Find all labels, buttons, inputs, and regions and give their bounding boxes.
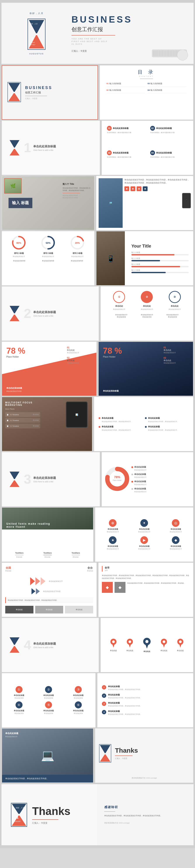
red-box-icon: ◆: [102, 582, 113, 593]
slide-text-image: 🏙️ 单击此处添加文字内容，单击此处添加文字内容，单击此处添加文字内容，单击此处…: [96, 176, 193, 230]
pin-svg-4: [161, 639, 167, 648]
svg-marker-29: [10, 480, 20, 487]
pie-item-4: 单击此处标题 单击此处添加文字: [131, 487, 190, 493]
svg-marker-1: [29, 20, 44, 34]
toc-header: 目 录 CONTENT: [103, 69, 190, 79]
label-quanguo: 全国 单击此处: [5, 566, 11, 572]
section2-text: 单击此处添加标题 Click here to add a title: [33, 310, 56, 317]
subtitle-text: 第八个 Title: [63, 183, 91, 186]
item-04: 04 单击此处添加标题 专业经营规划，解决问题的最佳方案: [149, 149, 190, 172]
desc-block: 单击此处添加文字内容，单击此处添加文字内容，单击此处添加文字内容，单击此处添加文…: [124, 178, 191, 185]
svg-point-49: [163, 641, 165, 643]
tablet-img: 📱: [96, 231, 125, 285]
icon-row-small: ◆ ◆ ◆ ◆: [124, 186, 191, 191]
percent-box: 78 % Place Holder: [6, 346, 25, 358]
row-7: 78 % Place Holder 01 单击此处 单击此处添加文字 02 单击…: [2, 342, 193, 396]
bottom-label2: 单击此处添加标题: [103, 390, 119, 393]
svg-marker-35: [10, 637, 20, 646]
pin-5: 单击此处: [177, 639, 184, 652]
place-holder: Place Holder: [6, 355, 25, 358]
mini-text: BUSINESS 创意工作汇报 汇报人：卡贡贡: [22, 86, 93, 100]
section1-hourglass: [8, 139, 21, 157]
united-item-3: TextHere 单击此处: [72, 552, 80, 558]
btn-dark: 单击此处: [5, 606, 33, 614]
icon-item-1: ⊕ 单击此处标题 单击此处添加文字: [99, 519, 127, 533]
toc-item-4: 04 输入你的标题: [148, 89, 187, 93]
row-9: 3 单击此处添加标题 Click here to add a title 78%…: [2, 452, 193, 506]
slide-pins: 单击此处 单击此处 单击此处: [101, 618, 193, 672]
icon-item-2: ✦ 单击此处标题 单击此处添加文字: [130, 519, 158, 533]
pin-svg-2: [126, 639, 133, 648]
section2-num: 2: [24, 307, 31, 320]
thanks-label: Thanks: [115, 747, 138, 754]
section4-hourglass: [8, 636, 21, 654]
notebook-bg: United fonts make readingmore fluent: [2, 507, 93, 529]
laptop-text: 单击此处标题 单击此处添加文字: [5, 732, 18, 738]
thanks-left: 你好，八月 1 AUGUST Thanks 汇报人：卡贡贡: [2, 784, 98, 845]
circle-80: 80%: [12, 236, 26, 250]
toc-item-2: 03 输入你的标题: [148, 82, 187, 87]
thanks-hourglass: [99, 744, 112, 763]
slide-3circles: ① 单击此处 单击此处添加文字 ② 单击此处 单击此处添加文字 ③ 单击此处 单…: [101, 286, 193, 341]
slide-6grid: ① 单击此处标题 单击此处添加 ② 单击此处标题 单击此处添加 ③ 单击此处标题…: [2, 673, 95, 727]
pie-item-2: 单击此处标题 单击此处添加文字: [131, 473, 190, 478]
section4-label: 单击此处添加标题: [33, 642, 56, 646]
circle-item-1: ① 单击此处 单击此处添加文字: [113, 291, 125, 310]
circle-item-2: ② 单击此处 单击此处添加文字: [141, 291, 153, 310]
block-desc: 单击此处添加文字内容，单击此处添加文字内容，单击此处添加文字内容，单击此处添加文…: [102, 574, 190, 580]
mini-hourglass-svg: 1: [7, 81, 22, 103]
month-en: AUGUSTUS: [29, 53, 44, 55]
keyboard-decoration: [150, 50, 189, 61]
slide-tablet-content: 📊 MULTIFONT FOCUS MARKETING More Plants …: [2, 397, 92, 451]
btn-light: 单击此处: [65, 606, 93, 614]
block-title2: 全民: [105, 569, 190, 571]
bottom-buttons: 单击此处 单击此处 单击此处: [5, 606, 93, 614]
row-6: 2 单击此处添加标题 Click here to add a title ① 单…: [2, 286, 193, 341]
thanks-divider: [104, 811, 115, 812]
svg-marker-36: [10, 646, 20, 653]
list-item-b: 单击此处标题 单击此处添加文字内容，单击此处添加文字。: [145, 417, 189, 423]
building-img: 🏙️: [99, 178, 123, 228]
svg-marker-26: [10, 314, 20, 321]
slide-section-2: 2 单击此处添加标题 Click here to add a title: [2, 286, 99, 341]
circle-20: 20%: [70, 236, 85, 250]
grid-item-1: ① 单击此处标题 单击此处添加: [5, 686, 33, 699]
section4-text: 单击此处添加标题 Click here to add a title: [33, 642, 56, 649]
pin-svg-3: [143, 638, 151, 649]
dot-a: [99, 417, 100, 419]
your-title-text: Your Title: [131, 244, 189, 249]
icon-red-2: ◆: [130, 186, 135, 191]
timeline-item-2: 📋 YJ Timeline 单击此处: [5, 418, 40, 423]
percent-78: 78 %: [6, 346, 25, 355]
thanks-content: Thanks 汇报人：卡贡贡: [99, 732, 190, 775]
labels-row: 单击此处添加内容 单击此处添加内容 单击此处添加内容: [4, 260, 92, 262]
row-11: 全国 单击此处 全台 单击此处 单击此处添加文字: [2, 563, 193, 617]
svg-text:1: 1: [10, 93, 12, 97]
block-items: ◆ ◆ 单击此处添加文字内容，单击此处添加文字内容，单击此处添加文字内容，单击此…: [102, 582, 190, 593]
item-01: 01 单击此处添加标题 专业经营规划，解决问题的最佳方案: [105, 124, 147, 147]
united-item-1: TextHere 单击此处: [15, 552, 24, 558]
bottom-labels: 单击此处添加文字单击此处添加 单击此处添加文字单击此处添加 单击此处添加文字单击…: [105, 314, 189, 318]
svg-point-40: [112, 641, 115, 643]
bottom-label: 单击此处添加标题 单击此处添加文字内容: [6, 387, 22, 393]
pie-items: 单击此处标题 单击此处添加文字 单击此处标题 单击此处添加文字 单击此处标题: [129, 466, 190, 493]
svg-marker-28: [10, 472, 20, 480]
circle-50: 50%: [41, 236, 55, 250]
row-5: 80% 填写小标题 单击此处添加文字 50% 填写小标题 单击此处添加文字: [2, 231, 193, 285]
dot-c: [99, 426, 100, 428]
box-desc: 单击此处添加文字内容，单击此处添加文字内容，单击此处添加文字内容，单击此处。: [127, 582, 190, 584]
item-02: 02 单击此处添加标题 专业经营规划，解决问题的最佳方案: [149, 124, 190, 147]
slide-2-mini-hero: 1 BUSINESS 创意工作汇报 汇报人：卡贡贡: [2, 65, 98, 120]
pin-3: 单击此处: [143, 638, 151, 653]
thanks-big-author: 汇报人：卡贡贡: [32, 822, 70, 825]
svg-marker-9: [8, 83, 20, 93]
thanks-text-block: Thanks 汇报人：卡贡贡: [115, 747, 138, 760]
gray-box-icon: ◆: [115, 582, 125, 593]
toc-grid: 01 输入你的标题 03 输入你的标题 02 输入你的标题 04 输入你的标题: [103, 82, 190, 93]
circle-item-3: ③ 单击此处 单击此处添加文字: [168, 291, 181, 310]
svg-point-3: [36, 33, 37, 35]
block-title: 全市: [105, 566, 190, 569]
thanks-author: 汇报人：卡贡贡: [115, 757, 138, 760]
thanks-desc: 单击此处添加文字内容，单击此处添加文字内容，单击此处添加文字内容。: [104, 814, 187, 817]
subtitle1: YOU ARE THE BEST OF: [72, 38, 180, 40]
